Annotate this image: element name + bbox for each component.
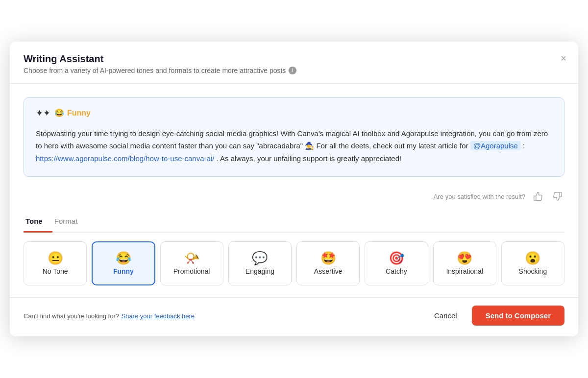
tabs-row: Tone Format (24, 212, 564, 233)
catchy-tone-label: Catchy (386, 267, 407, 275)
modal-title: Writing Assistant (24, 53, 564, 65)
thumbs-up-icon (533, 191, 543, 201)
mention-tag: @Agorapulse (470, 141, 521, 150)
modal-subtitle: Choose from a variety of AI-powered tone… (24, 67, 564, 74)
close-button[interactable]: × (559, 51, 568, 65)
tab-tone[interactable]: Tone (24, 212, 52, 233)
footer-buttons: Cancel Send to Composer (425, 306, 564, 326)
thumbs-down-icon (553, 191, 563, 201)
satisfaction-text: Are you satisfied with the result? (434, 193, 525, 200)
tones-grid: 😐 No Tone 😂 Funny 📯 Promotional 💬 Engagi… (24, 233, 564, 297)
text-part3: . As always, your unfailing support is g… (217, 154, 402, 163)
writing-assistant-modal: Writing Assistant Choose from a variety … (10, 42, 578, 337)
inspirational-tone-label: Inspirational (446, 267, 483, 275)
tone-card-funny[interactable]: 😂 Funny (92, 241, 155, 285)
no-tone-emoji: 😐 (48, 252, 63, 264)
feedback-text: Can't find what you're looking for? (24, 312, 119, 320)
content-link[interactable]: https://www.agorapulse.com/blog/how-to-u… (36, 154, 214, 163)
tone-card-promotional[interactable]: 📯 Promotional (160, 241, 223, 285)
promotional-tone-emoji: 📯 (184, 252, 199, 264)
tone-card-no-tone[interactable]: 😐 No Tone (24, 241, 87, 285)
tone-card-shocking[interactable]: 😮 Shocking (501, 241, 564, 285)
modal-footer: Can't find what you're looking for? Shar… (10, 297, 578, 336)
info-icon[interactable]: i (289, 67, 296, 74)
subtitle-text: Choose from a variety of AI-powered tone… (24, 67, 286, 74)
engaging-tone-emoji: 💬 (252, 252, 268, 264)
generated-text: Stopwasting your time trying to design e… (36, 127, 552, 165)
tone-card-assertive[interactable]: 🤩 Assertive (296, 241, 360, 285)
modal-body: ✦✦ 😂 Funny Stopwasting your time trying … (10, 84, 578, 298)
funny-tone-emoji: 😂 (116, 252, 131, 264)
tone-card-catchy[interactable]: 🎯 Catchy (365, 241, 428, 285)
assertive-tone-emoji: 🤩 (320, 252, 336, 264)
cancel-button[interactable]: Cancel (425, 307, 466, 325)
shocking-tone-label: Shocking (519, 267, 547, 275)
footer-feedback: Can't find what you're looking for? Shar… (24, 311, 195, 320)
catchy-tone-emoji: 🎯 (389, 252, 404, 264)
active-tone-label: 😂 Funny (54, 108, 91, 118)
magic-wand-icon: ✦✦ (36, 108, 50, 118)
tone-card-inspirational[interactable]: 😍 Inspirational (433, 241, 496, 285)
shocking-tone-emoji: 😮 (525, 252, 540, 264)
active-tone-name: Funny (67, 109, 91, 118)
tone-card-engaging[interactable]: 💬 Engaging (228, 241, 292, 285)
content-box: ✦✦ 😂 Funny Stopwasting your time trying … (24, 97, 564, 177)
inspirational-tone-emoji: 😍 (457, 252, 472, 264)
funny-tone-label: Funny (113, 267, 134, 275)
active-tone-emoji: 😂 (54, 108, 64, 118)
assertive-tone-label: Assertive (314, 267, 343, 275)
thumbs-up-button[interactable] (531, 189, 545, 203)
text-part2: : (523, 142, 525, 150)
engaging-tone-label: Engaging (245, 267, 274, 275)
tab-format[interactable]: Format (52, 212, 88, 233)
feedback-link[interactable]: Share your feedback here (121, 312, 195, 320)
satisfaction-row: Are you satisfied with the result? (24, 185, 564, 212)
content-box-header: ✦✦ 😂 Funny (36, 108, 552, 118)
promotional-tone-label: Promotional (173, 267, 210, 275)
no-tone-label: No Tone (43, 267, 68, 275)
modal-header: Writing Assistant Choose from a variety … (10, 42, 578, 84)
thumbs-down-button[interactable] (551, 189, 564, 203)
send-to-composer-button[interactable]: Send to Composer (472, 306, 564, 326)
